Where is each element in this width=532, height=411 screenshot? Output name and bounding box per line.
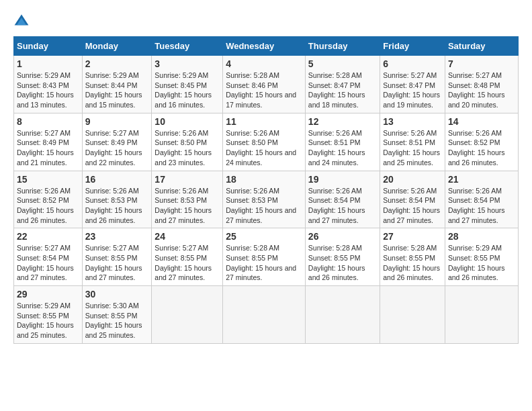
calendar-cell [445, 286, 518, 344]
day-number: 13 [383, 116, 442, 127]
day-header-sunday: Sunday [14, 37, 83, 56]
calendar-cell: 8Sunrise: 5:27 AM Sunset: 8:49 PM Daylig… [14, 113, 83, 171]
day-number: 26 [308, 231, 377, 242]
day-header-friday: Friday [380, 37, 445, 56]
header [13, 13, 519, 30]
day-info: Sunrise: 5:26 AM Sunset: 8:54 PM Dayligh… [308, 186, 377, 226]
calendar-cell: 9Sunrise: 5:27 AM Sunset: 8:49 PM Daylig… [82, 113, 152, 171]
day-info: Sunrise: 5:27 AM Sunset: 8:49 PM Dayligh… [17, 128, 79, 168]
day-number: 18 [226, 174, 302, 185]
day-info: Sunrise: 5:26 AM Sunset: 8:50 PM Dayligh… [154, 128, 220, 168]
calendar-cell: 11Sunrise: 5:26 AM Sunset: 8:50 PM Dayli… [223, 113, 306, 171]
calendar-cell: 12Sunrise: 5:26 AM Sunset: 8:51 PM Dayli… [305, 113, 380, 171]
day-info: Sunrise: 5:27 AM Sunset: 8:54 PM Dayligh… [17, 243, 79, 283]
day-header-saturday: Saturday [445, 37, 518, 56]
calendar-cell: 23Sunrise: 5:27 AM Sunset: 8:55 PM Dayli… [82, 228, 152, 286]
day-info: Sunrise: 5:28 AM Sunset: 8:47 PM Dayligh… [308, 71, 377, 110]
calendar-cell: 29Sunrise: 5:29 AM Sunset: 8:55 PM Dayli… [14, 286, 83, 344]
day-info: Sunrise: 5:26 AM Sunset: 8:54 PM Dayligh… [383, 186, 442, 226]
day-number: 10 [154, 116, 220, 127]
calendar-cell: 28Sunrise: 5:29 AM Sunset: 8:55 PM Dayli… [445, 228, 518, 286]
day-number: 22 [17, 231, 79, 242]
calendar-cell: 4Sunrise: 5:28 AM Sunset: 8:46 PM Daylig… [223, 56, 306, 113]
calendar-cell: 16Sunrise: 5:26 AM Sunset: 8:53 PM Dayli… [82, 171, 152, 228]
calendar-cell: 24Sunrise: 5:27 AM Sunset: 8:55 PM Dayli… [152, 228, 223, 286]
day-number: 28 [448, 231, 515, 242]
calendar-cell: 22Sunrise: 5:27 AM Sunset: 8:54 PM Dayli… [14, 228, 83, 286]
day-info: Sunrise: 5:29 AM Sunset: 8:55 PM Dayligh… [448, 243, 515, 283]
day-info: Sunrise: 5:29 AM Sunset: 8:45 PM Dayligh… [154, 71, 220, 110]
calendar-cell: 13Sunrise: 5:26 AM Sunset: 8:51 PM Dayli… [380, 113, 445, 171]
calendar-cell: 3Sunrise: 5:29 AM Sunset: 8:45 PM Daylig… [152, 56, 223, 113]
calendar-cell: 5Sunrise: 5:28 AM Sunset: 8:47 PM Daylig… [305, 56, 380, 113]
calendar-cell: 6Sunrise: 5:27 AM Sunset: 8:47 PM Daylig… [380, 56, 445, 113]
calendar-cell [305, 286, 380, 344]
day-info: Sunrise: 5:27 AM Sunset: 8:49 PM Dayligh… [85, 128, 149, 168]
calendar-cell [223, 286, 306, 344]
day-number: 14 [448, 116, 515, 127]
calendar-cell: 15Sunrise: 5:26 AM Sunset: 8:52 PM Dayli… [14, 171, 83, 228]
day-number: 29 [17, 289, 79, 300]
day-info: Sunrise: 5:28 AM Sunset: 8:55 PM Dayligh… [383, 243, 442, 283]
day-number: 19 [308, 174, 377, 185]
day-number: 4 [226, 58, 302, 69]
day-info: Sunrise: 5:26 AM Sunset: 8:50 PM Dayligh… [226, 128, 302, 168]
calendar-cell: 7Sunrise: 5:27 AM Sunset: 8:48 PM Daylig… [445, 56, 518, 113]
day-info: Sunrise: 5:29 AM Sunset: 8:55 PM Dayligh… [17, 301, 79, 340]
days-header-row: SundayMondayTuesdayWednesdayThursdayFrid… [14, 37, 519, 56]
calendar-cell: 25Sunrise: 5:28 AM Sunset: 8:55 PM Dayli… [223, 228, 306, 286]
day-info: Sunrise: 5:27 AM Sunset: 8:55 PM Dayligh… [85, 243, 149, 283]
day-number: 9 [85, 116, 149, 127]
day-number: 25 [226, 231, 302, 242]
logo-icon [13, 13, 30, 30]
day-number: 20 [383, 174, 442, 185]
day-number: 8 [17, 116, 79, 127]
calendar-cell [152, 286, 223, 344]
week-row-1: 1Sunrise: 5:29 AM Sunset: 8:43 PM Daylig… [14, 56, 519, 113]
day-info: Sunrise: 5:26 AM Sunset: 8:53 PM Dayligh… [154, 186, 220, 226]
day-number: 23 [85, 231, 149, 242]
calendar-cell: 14Sunrise: 5:26 AM Sunset: 8:52 PM Dayli… [445, 113, 518, 171]
day-number: 7 [448, 58, 515, 69]
day-number: 21 [448, 174, 515, 185]
day-number: 15 [17, 174, 79, 185]
day-info: Sunrise: 5:26 AM Sunset: 8:51 PM Dayligh… [383, 128, 442, 168]
day-info: Sunrise: 5:27 AM Sunset: 8:48 PM Dayligh… [448, 71, 515, 110]
week-row-3: 15Sunrise: 5:26 AM Sunset: 8:52 PM Dayli… [14, 171, 519, 228]
day-number: 27 [383, 231, 442, 242]
calendar-cell: 1Sunrise: 5:29 AM Sunset: 8:43 PM Daylig… [14, 56, 83, 113]
day-info: Sunrise: 5:29 AM Sunset: 8:43 PM Dayligh… [17, 71, 79, 110]
logo [13, 13, 32, 30]
calendar-cell [380, 286, 445, 344]
calendar-cell: 30Sunrise: 5:30 AM Sunset: 8:55 PM Dayli… [82, 286, 152, 344]
day-info: Sunrise: 5:26 AM Sunset: 8:53 PM Dayligh… [226, 186, 302, 226]
day-info: Sunrise: 5:26 AM Sunset: 8:51 PM Dayligh… [308, 128, 377, 168]
day-header-tuesday: Tuesday [152, 37, 223, 56]
day-number: 24 [154, 231, 220, 242]
day-number: 11 [226, 116, 302, 127]
day-info: Sunrise: 5:26 AM Sunset: 8:54 PM Dayligh… [448, 186, 515, 226]
calendar-cell: 21Sunrise: 5:26 AM Sunset: 8:54 PM Dayli… [445, 171, 518, 228]
calendar-cell: 20Sunrise: 5:26 AM Sunset: 8:54 PM Dayli… [380, 171, 445, 228]
day-header-monday: Monday [82, 37, 152, 56]
day-number: 6 [383, 58, 442, 69]
day-info: Sunrise: 5:28 AM Sunset: 8:55 PM Dayligh… [226, 243, 302, 283]
day-info: Sunrise: 5:28 AM Sunset: 8:46 PM Dayligh… [226, 71, 302, 110]
day-number: 1 [17, 58, 79, 69]
day-info: Sunrise: 5:26 AM Sunset: 8:52 PM Dayligh… [448, 128, 515, 168]
calendar-cell: 18Sunrise: 5:26 AM Sunset: 8:53 PM Dayli… [223, 171, 306, 228]
day-number: 5 [308, 58, 377, 69]
day-number: 16 [85, 174, 149, 185]
day-info: Sunrise: 5:28 AM Sunset: 8:55 PM Dayligh… [308, 243, 377, 283]
day-info: Sunrise: 5:27 AM Sunset: 8:47 PM Dayligh… [383, 71, 442, 110]
week-row-4: 22Sunrise: 5:27 AM Sunset: 8:54 PM Dayli… [14, 228, 519, 286]
day-number: 12 [308, 116, 377, 127]
calendar-table: SundayMondayTuesdayWednesdayThursdayFrid… [13, 36, 519, 344]
week-row-2: 8Sunrise: 5:27 AM Sunset: 8:49 PM Daylig… [14, 113, 519, 171]
day-header-thursday: Thursday [305, 37, 380, 56]
calendar-cell: 17Sunrise: 5:26 AM Sunset: 8:53 PM Dayli… [152, 171, 223, 228]
day-number: 3 [154, 58, 220, 69]
day-info: Sunrise: 5:26 AM Sunset: 8:52 PM Dayligh… [17, 186, 79, 226]
calendar-cell: 2Sunrise: 5:29 AM Sunset: 8:44 PM Daylig… [82, 56, 152, 113]
calendar-cell: 10Sunrise: 5:26 AM Sunset: 8:50 PM Dayli… [152, 113, 223, 171]
